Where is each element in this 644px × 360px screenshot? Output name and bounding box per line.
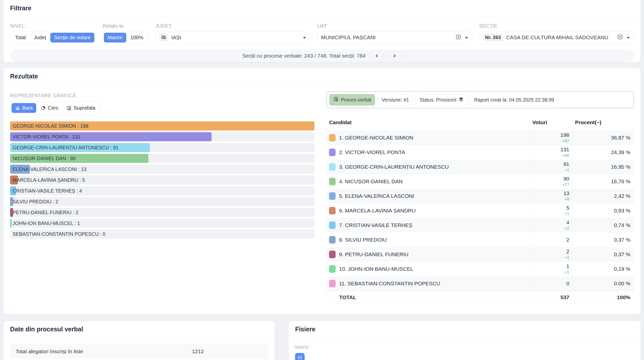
bar-label: VICTOR-VIOREL PONTA : 131 <box>13 134 80 140</box>
next-section-button[interactable] <box>388 51 402 61</box>
view-pie-button[interactable]: Cerc <box>37 103 62 113</box>
table-row[interactable]: 9. PETRU-DANIEL FUNERIU 2 +1 0,37 % <box>327 247 634 262</box>
level-option-total[interactable]: Total <box>11 33 29 42</box>
votes-value: 1 <box>566 263 569 269</box>
county-filter-group: JUDEȚ IS IAȘI <box>155 23 310 43</box>
relative-filter-group: Relativ la: Maxim 100% <box>103 23 148 43</box>
files-title: Fisiere <box>289 321 640 338</box>
view-bar-button[interactable]: Bara <box>12 103 36 113</box>
chevron-down-icon[interactable] <box>465 34 468 40</box>
pv-data-table: Total alegatori înscriși în liste 1212 T… <box>10 344 268 360</box>
votes-delta: +1 <box>565 255 569 260</box>
candidate-bar-chart: GEORGE-NICOLAE SIMION : 198 VICTOR-VIORE… <box>10 121 314 239</box>
percent-value: 2,42 % <box>572 189 634 203</box>
clear-icon[interactable] <box>617 34 623 41</box>
bar-chart-icon <box>15 106 20 111</box>
table-row[interactable]: 1. GEORGE-NICOLAE SIMION 198 +67 36,87 % <box>327 130 634 145</box>
uat-select[interactable]: MUNICIPIUL PAȘCANI <box>317 31 472 43</box>
chevron-down-icon[interactable] <box>303 34 306 40</box>
divider <box>4 338 274 338</box>
bar-row[interactable]: ELENA-VALERICA LASCONI : 13 <box>10 165 314 174</box>
table-row[interactable]: 11. SEBASTIAN-CONSTANTIN POPESCU 0 0.00 … <box>327 276 634 291</box>
uat-value: MUNICIPIUL PAȘCANI <box>321 34 376 40</box>
bar-row[interactable]: MARCELA-LAVINIA ȘANDRU : 5 <box>10 175 314 185</box>
county-select[interactable]: IS IAȘI <box>155 31 310 43</box>
sections-pager-bar: Secții cu procese verbale: 243 / 748. To… <box>10 50 634 62</box>
relative-option-maxim[interactable]: Maxim <box>104 33 126 42</box>
table-row[interactable]: 5. ELENA-VALERICA LASCONI 13 +8 2,42 % <box>327 189 634 203</box>
prev-section-button[interactable] <box>370 51 384 61</box>
section-select[interactable]: Nr. 263 CASA DE CULTURA MIHAIL SADOVEANU <box>479 31 634 43</box>
level-option-judet[interactable]: Județ <box>30 33 50 42</box>
bar-row[interactable]: PETRU-DANIEL FUNERIU : 2 <box>10 208 314 217</box>
filter-card: Filtrare NIVEL: Total Județ Secție de vo… <box>4 0 640 62</box>
bar-label: CRISTIAN-VASILE TERHEȘ : 4 <box>13 188 82 194</box>
pv-row-value: 548 <box>186 358 268 360</box>
level-option-sectie[interactable]: Secție de votare <box>50 33 94 42</box>
table-row[interactable]: 10. JOHN-ION BANU-MUSCEL 1 +1 0,19 % <box>327 262 634 276</box>
percent-value: 16,76 % <box>572 174 634 189</box>
files-card: Fisiere Istoric: v1 Data ultimului fisie… <box>289 321 640 360</box>
view-treemap-button[interactable]: Suprafata <box>63 103 99 113</box>
votes-delta: +8 <box>565 197 569 202</box>
bar-row[interactable]: VICTOR-VIOREL PONTA : 131 <box>10 132 314 141</box>
bar-row[interactable]: JOHN-ION BANU-MUSCEL : 1 <box>10 219 314 228</box>
table-row[interactable]: 3. GEORGE-CRIN-LAURENȚIU ANTONESCU 91 +1… <box>327 160 634 174</box>
table-row[interactable]: 7. CRISTIAN-VASILE TERHEȘ 4 +2 0,74 % <box>327 218 634 233</box>
level-label: NIVEL: <box>10 23 96 29</box>
pv-data-title: Date din procesul verbal <box>4 321 274 338</box>
votes-delta: +2 <box>565 226 569 231</box>
candidate-name: 9. PETRU-DANIEL FUNERIU <box>339 251 409 257</box>
candidate-color-swatch <box>329 192 336 200</box>
candidate-color-swatch <box>329 265 336 273</box>
table-row[interactable]: 6. MARCELA-LAVINIA ȘANDRU 5 +1 0,93 % <box>327 203 634 218</box>
results-title: Rezultate <box>4 68 640 85</box>
votes-value: 4 <box>566 219 569 226</box>
percent-value: 0,93 % <box>572 203 634 218</box>
bar-row[interactable]: GEORGE-CRIN-LAURENȚIU ANTONESCU : 91 <box>10 143 314 152</box>
bar-row[interactable]: NICUȘOR-DANIEL DAN : 90 <box>10 154 314 163</box>
candidate-color-swatch <box>329 178 336 185</box>
results-table: Candidat Voturi Procent(~) 1. GEORGE-NIC… <box>327 116 634 304</box>
percent-value: 0,74 % <box>572 218 634 233</box>
candidate-color-swatch <box>329 251 336 258</box>
history-label: Istoric: <box>295 344 634 350</box>
level-filter-group: NIVEL: Total Județ Secție de votare <box>10 23 96 43</box>
chevron-down-icon[interactable] <box>626 34 630 40</box>
filters-row: NIVEL: Total Județ Secție de votare Rela… <box>4 17 640 48</box>
relative-option-100[interactable]: 100% <box>127 33 147 42</box>
bar-row[interactable]: SEBASTIAN-CONSTANTIN POPESCU : 0 <box>10 230 314 239</box>
bar-row[interactable]: GEORGE-NICOLAE SIMION : 198 <box>10 121 314 130</box>
section-filter-group: SECȚIE Nr. 263 CASA DE CULTURA MIHAIL SA… <box>479 23 634 43</box>
total-row: TOTAL 537 100% <box>327 291 634 304</box>
results-table-panel: Proces-verbal Versiune: #1 Status: Provi… <box>327 91 634 304</box>
proces-verbal-badge[interactable]: Proces-verbal <box>329 94 375 106</box>
section-value: CASA DE CULTURA MIHAIL SADOVEANU <box>506 34 608 40</box>
header-procent: Procent(~) <box>572 116 634 130</box>
section-number-badge: Nr. 263 <box>483 33 503 41</box>
votes-delta: +77 <box>562 182 569 187</box>
percent-value: 36,87 % <box>572 130 634 145</box>
votes-value: 131 <box>560 147 569 153</box>
bar-label: SILVIU PREDOIU : 2 <box>13 199 58 205</box>
pv-row-label: Total alegatori înscriși în liste <box>10 348 186 354</box>
table-row[interactable]: 8. SILVIU PREDOIU 2 0,37 % <box>327 233 634 247</box>
candidate-color-swatch <box>329 236 336 244</box>
bar-row[interactable]: CRISTIAN-VASILE TERHEȘ : 4 <box>10 186 314 195</box>
status-badge: Status: Provizorii <box>416 94 468 106</box>
votes-delta: +40 <box>562 153 569 158</box>
candidate-color-swatch <box>329 149 336 156</box>
clear-icon[interactable] <box>455 34 462 41</box>
results-table-header: Candidat Voturi Procent(~) <box>327 116 634 130</box>
version-v1-badge[interactable]: v1 <box>295 353 305 360</box>
percent-value: 0,19 % <box>572 262 634 276</box>
bar-row[interactable]: SILVIU PREDOIU : 2 <box>10 197 314 206</box>
table-row[interactable]: 2. VICTOR-VIOREL PONTA 131 +40 24,39 % <box>327 145 634 160</box>
votes-value: 198 <box>560 132 569 138</box>
percent-value: 16,95 % <box>572 160 634 174</box>
votes-value: 5 <box>566 205 569 211</box>
bar-label: MARCELA-LAVINIA ȘANDRU : 5 <box>13 177 85 183</box>
table-row[interactable]: 4. NICUȘOR-DANIEL DAN 90 +77 16,76 % <box>327 174 634 189</box>
candidate-name: 5. ELENA-VALERICA LASCONI <box>339 193 414 199</box>
votes-delta: +1 <box>565 168 569 173</box>
